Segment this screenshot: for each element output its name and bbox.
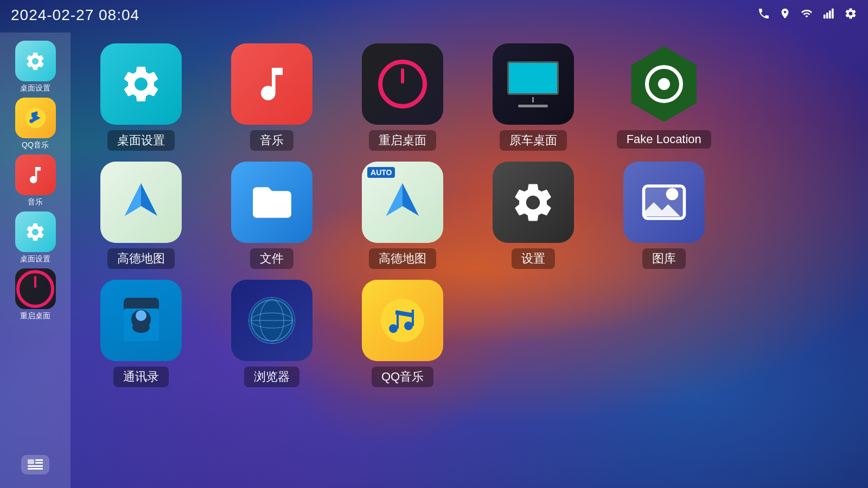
app-label-fake-location: Fake Location	[617, 130, 711, 149]
svg-rect-3	[832, 8, 834, 18]
sidebar-item-desktop-settings[interactable]: 桌面设置	[5, 41, 65, 93]
sidebar-icon-qq-music	[15, 98, 56, 138]
sidebar-item-music[interactable]: 音乐	[5, 155, 65, 207]
sidebar-icon-music	[15, 155, 56, 195]
app-restart-desktop[interactable]: 重启桌面	[346, 43, 460, 151]
layout-toggle[interactable]	[21, 455, 49, 474]
app-fake-location[interactable]: Fake Location	[607, 43, 721, 151]
app-label-amap2: 高德地图	[369, 248, 436, 269]
svg-rect-0	[824, 14, 826, 18]
sidebar-item-qq-music[interactable]: QQ音乐	[5, 98, 65, 150]
svg-point-34	[404, 322, 413, 330]
app-label-amap1: 高德地图	[107, 248, 175, 269]
app-label-settings: 设置	[512, 248, 555, 269]
app-icon-browser	[231, 280, 312, 361]
app-contacts[interactable]: 通讯录	[84, 280, 199, 387]
svg-rect-1	[826, 12, 828, 18]
app-label-music: 音乐	[250, 130, 293, 151]
app-settings[interactable]: 设置	[476, 162, 590, 269]
svg-rect-7	[35, 462, 43, 464]
app-browser[interactable]: 浏览器	[215, 280, 329, 387]
phone-icon	[757, 7, 770, 23]
sidebar-icon-desktop-settings	[15, 41, 56, 81]
power-ring	[16, 270, 54, 308]
sidebar-label-restart: 重启桌面	[20, 311, 50, 321]
system-settings-icon[interactable]	[844, 7, 857, 23]
app-icon-amap1	[100, 162, 182, 243]
app-label-gallery: 图库	[642, 248, 686, 269]
status-bar: 2024-02-27 08:04	[0, 0, 868, 30]
sidebar-label-desktop-settings2: 桌面设置	[20, 254, 50, 264]
app-label-files: 文件	[250, 248, 293, 269]
app-gallery[interactable]: 图库	[607, 162, 721, 269]
main-app-grid: 桌面设置 音乐 重启桌面 原车桌面	[79, 38, 857, 477]
app-icon-files	[231, 162, 312, 243]
app-qq-music[interactable]: QQ音乐	[346, 280, 460, 387]
app-icon-restart	[362, 43, 443, 125]
app-music[interactable]: 音乐	[215, 43, 329, 151]
status-icons	[757, 7, 857, 23]
app-label-browser: 浏览器	[244, 367, 299, 387]
app-icon-qq-music	[362, 280, 443, 361]
sidebar-icon-desktop-settings2	[15, 211, 56, 252]
app-icon-desktop-settings	[100, 43, 182, 125]
app-files[interactable]: 文件	[215, 162, 329, 269]
svg-rect-2	[829, 10, 831, 18]
sidebar-label-desktop-settings: 桌面设置	[20, 84, 50, 93]
sidebar-item-desktop-settings2[interactable]: 桌面设置	[5, 211, 65, 264]
sidebar-label-music: 音乐	[28, 197, 43, 207]
app-icon-original-desktop	[493, 43, 574, 125]
app-amap2[interactable]: AUTO 高德地图	[346, 162, 460, 269]
sidebar: 桌面设置 QQ音乐 音乐 桌面设置	[0, 33, 71, 488]
app-label-original-desktop: 原车桌面	[500, 130, 567, 151]
app-icon-settings	[493, 162, 574, 243]
signal-icon	[822, 8, 835, 23]
svg-point-16	[667, 189, 677, 200]
status-time: 2024-02-27 08:04	[11, 7, 139, 24]
svg-rect-9	[28, 468, 43, 470]
sidebar-bottom	[5, 450, 65, 480]
app-label-contacts: 通讯录	[113, 367, 169, 387]
app-icon-gallery	[623, 162, 705, 243]
location-icon	[779, 7, 791, 23]
app-label-restart: 重启桌面	[369, 130, 436, 151]
app-label-qq-music: QQ音乐	[372, 367, 433, 387]
svg-marker-13	[386, 183, 403, 216]
sidebar-icon-restart	[15, 268, 56, 309]
app-original-desktop[interactable]: 原车桌面	[476, 43, 590, 151]
svg-marker-11	[125, 183, 141, 216]
app-desktop-settings[interactable]: 桌面设置	[84, 43, 199, 151]
app-label-desktop-settings: 桌面设置	[107, 130, 175, 151]
sidebar-label-qq-music: QQ音乐	[22, 140, 49, 150]
app-icon-fake-location	[623, 43, 705, 125]
svg-rect-6	[35, 459, 43, 461]
wifi-icon	[800, 8, 814, 23]
svg-rect-35	[412, 310, 414, 326]
app-icon-music	[231, 43, 312, 125]
app-amap1[interactable]: 高德地图	[84, 162, 199, 269]
svg-rect-5	[28, 459, 34, 464]
svg-point-31	[381, 299, 424, 342]
svg-rect-8	[28, 465, 43, 467]
sidebar-item-restart[interactable]: 重启桌面	[5, 268, 65, 321]
svg-point-20	[136, 310, 146, 321]
app-icon-contacts	[100, 280, 182, 361]
svg-point-32	[389, 324, 398, 333]
app-icon-amap2: AUTO	[362, 162, 443, 243]
svg-point-21	[132, 322, 150, 333]
svg-rect-33	[397, 311, 399, 329]
